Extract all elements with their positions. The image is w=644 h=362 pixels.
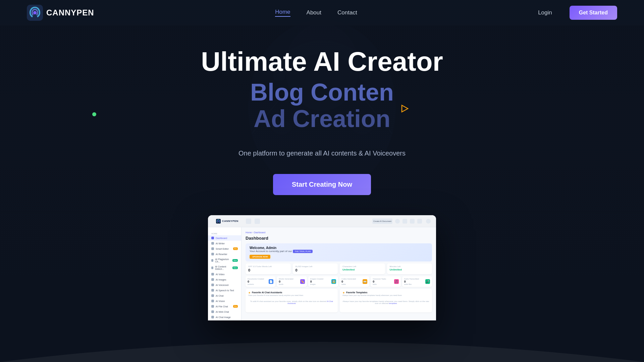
db-sidebar-chat-image[interactable]: AI Chat Image bbox=[208, 314, 241, 320]
db-sidebar-content-detector-label: AI Content Detect... bbox=[215, 265, 231, 270]
plagiarism-icon bbox=[211, 259, 213, 262]
decorative-dot-green bbox=[92, 112, 96, 116]
db-ai-chat-link[interactable]: AI Chat Assistants bbox=[287, 300, 333, 304]
db-sidebar: HOME Dashboard AI Writer Smart Editor Pr… bbox=[208, 227, 241, 320]
db-sidebar-code[interactable]: e-Code bbox=[208, 320, 241, 320]
brand-name: CANNYPEN bbox=[46, 8, 94, 17]
login-link[interactable]: Login bbox=[538, 9, 552, 16]
db-bottom-templates-star: ★ bbox=[342, 291, 345, 294]
db-sidebar-images-label: AI Images bbox=[216, 279, 226, 281]
db-sidebar-plagiarism[interactable]: AI Plagiarism Ch... New bbox=[208, 257, 241, 264]
db-metric-audio-icon: 🎤 bbox=[425, 279, 430, 284]
db-bottom-templates-title: Favorite Templates bbox=[346, 291, 367, 294]
db-icon-5 bbox=[417, 219, 422, 224]
db-stat-chars-label: Characters Left bbox=[342, 265, 382, 267]
db-sidebar-rewriter[interactable]: AI Rewriter bbox=[208, 251, 241, 257]
db-notif bbox=[395, 219, 400, 224]
db-sidebar-vision[interactable]: AI Vision bbox=[208, 298, 241, 304]
db-sidebar-content-detector[interactable]: AI Content Detect... New bbox=[208, 264, 241, 272]
db-stat-chars-value: Unlimited bbox=[342, 268, 382, 271]
play-icon-decoration bbox=[400, 104, 409, 116]
db-main-content: Home › Dashboard Dashboard Welcome, Admi… bbox=[241, 227, 436, 320]
db-bottom-templates-subtitle: Always have your top favorite templates … bbox=[342, 294, 429, 296]
db-metric-voice-icon: 🎵 bbox=[394, 279, 399, 284]
chat-image-icon bbox=[211, 316, 214, 318]
db-sidebar-web-chat[interactable]: AI Web Chat bbox=[208, 309, 241, 314]
hero-rotating-2: Ad Creation bbox=[254, 106, 390, 132]
db-sidebar-video[interactable]: AI Video bbox=[208, 272, 241, 277]
logo[interactable]: CANNYPEN bbox=[27, 5, 94, 21]
speech-icon bbox=[211, 289, 214, 292]
hero-title: Ultimate AI Creator bbox=[201, 47, 443, 76]
db-bottom-templates-empty: Always have your top favorite templates … bbox=[342, 300, 429, 304]
db-sidebar-speech[interactable]: AI Speech to Text bbox=[208, 288, 241, 293]
db-bottom-templates-header: ★ Favorite Templates bbox=[342, 291, 429, 294]
cannypen-logo-icon bbox=[27, 5, 43, 21]
db-bottom-chat-subtitle: Have your favorite AI chat assistants ha… bbox=[248, 294, 335, 296]
db-welcome-left: Welcome, Admin Your Account is currently… bbox=[250, 246, 314, 259]
db-upgrade-btn[interactable]: UPGRADE NOW bbox=[250, 255, 270, 259]
db-metric-docs-icon: 📄 bbox=[269, 279, 273, 284]
db-sidebar-file-chat-label: AI File Chat bbox=[216, 305, 228, 308]
db-templates-link[interactable]: templates bbox=[389, 302, 397, 304]
db-stat-minutes: Minutes Left Unlimited bbox=[387, 263, 432, 274]
db-sidebar-writer[interactable]: AI Writer bbox=[208, 241, 241, 246]
db-stat-images: DL/SD Images Left 0 bbox=[293, 263, 338, 274]
db-sidebar-smart-editor-label: Smart Editor bbox=[216, 248, 229, 250]
db-metric-imgs-icon: 🖼️ bbox=[331, 279, 336, 284]
db-metric-docs-left: Documents Created 0 contents bbox=[248, 278, 264, 285]
db-sidebar-dashboard-label: Dashboard bbox=[216, 237, 227, 239]
file-chat-badge: Pro bbox=[233, 305, 238, 308]
nav-about[interactable]: About bbox=[307, 9, 321, 16]
dashboard-icon bbox=[211, 237, 214, 239]
db-breadcrumb-current: Dashboard bbox=[254, 231, 265, 234]
db-bottom-chat-empty: To add AI chat assistant as your favorit… bbox=[248, 300, 335, 304]
db-icon-3 bbox=[402, 219, 407, 224]
db-metric-docs: Documents Created 0 contents 📄 bbox=[246, 276, 275, 287]
db-bottom-chat-card: ★ Favorite AI Chat Assistants Have your … bbox=[246, 289, 338, 312]
db-sidebar-chat[interactable]: AI Chat bbox=[208, 293, 241, 298]
db-breadcrumb: Home › Dashboard bbox=[246, 231, 432, 234]
db-metric-audio-left: Audio Transcribed 0 audio files bbox=[404, 278, 419, 285]
db-page-title: Dashboard bbox=[246, 236, 432, 241]
plagiarism-badge: New bbox=[232, 259, 238, 262]
db-sidebar-chat-label: AI Chat bbox=[216, 295, 223, 297]
db-stat-images-label: DL/SD Images Left bbox=[296, 265, 335, 267]
db-toolbar-icons: Create AI Document bbox=[372, 219, 431, 224]
chat-icon bbox=[211, 294, 214, 297]
nav-home[interactable]: Home bbox=[275, 9, 290, 17]
db-sidebar-dashboard[interactable]: Dashboard bbox=[208, 235, 241, 241]
db-bottom-chat-header: ★ Favorite AI Chat Assistants bbox=[248, 291, 335, 294]
db-sidebar-file-chat[interactable]: AI File Chat Pro bbox=[208, 304, 241, 309]
db-sidebar-web-chat-label: AI Web Chat bbox=[216, 311, 229, 313]
db-stat-images-value: 0 bbox=[296, 268, 335, 272]
content-detector-icon bbox=[211, 266, 213, 269]
db-welcome-title: Welcome, Admin bbox=[250, 246, 314, 250]
db-logo: CANNYPEN bbox=[216, 219, 238, 224]
db-metric-codes-left: Codes Generated 0 codes bbox=[341, 278, 356, 285]
nav-right: Login Get Started bbox=[538, 6, 617, 20]
images-icon bbox=[211, 278, 214, 281]
db-create-doc: Create AI Document bbox=[372, 219, 392, 224]
dashboard-preview: CANNYPEN Create AI Document HOME bbox=[208, 215, 436, 320]
nav-contact[interactable]: Contact bbox=[337, 9, 357, 16]
smart-editor-icon bbox=[211, 247, 214, 250]
hero-rotating-1: Blog Conten bbox=[250, 79, 394, 106]
db-sidebar-voiceover[interactable]: AI Voiceover bbox=[208, 282, 241, 288]
db-icon-4 bbox=[410, 219, 415, 224]
db-sidebar-writer-label: AI Writer bbox=[216, 242, 225, 245]
db-sidebar-smart-editor[interactable]: Smart Editor Pro bbox=[208, 246, 241, 251]
db-stat-words: GPT 3.5 Turbo Words Left 0 bbox=[246, 263, 291, 274]
get-started-button[interactable]: Get Started bbox=[570, 6, 617, 20]
db-avatar bbox=[426, 219, 431, 224]
db-icon-2 bbox=[255, 219, 260, 224]
db-metric-voice-left: Voiceover Tasks 0 tasks bbox=[373, 278, 386, 285]
svg-point-13 bbox=[218, 221, 219, 222]
db-metric-codes: Codes Generated 0 codes ⌨️ bbox=[339, 276, 369, 287]
db-sidebar-images[interactable]: AI Images bbox=[208, 277, 241, 282]
db-sidebar-speech-label: AI Speech to Text bbox=[216, 289, 234, 292]
db-stat-words-label: GPT 3.5 Turbo Words Left bbox=[248, 265, 288, 267]
db-metric-voice: Voiceover Tasks 0 tasks 🎵 bbox=[371, 276, 400, 287]
db-bottom-templates-card: ★ Favorite Templates Always have your to… bbox=[340, 289, 432, 312]
start-creating-button[interactable]: Start Creating Now bbox=[273, 174, 371, 195]
